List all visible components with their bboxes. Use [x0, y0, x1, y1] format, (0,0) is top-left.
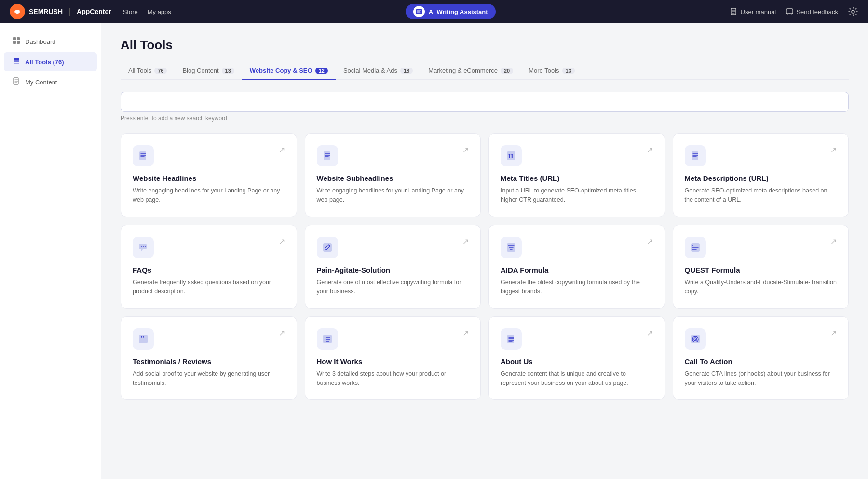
lines-icon — [690, 242, 701, 253]
svg-rect-7 — [17, 37, 20, 40]
card-title: About Us — [501, 357, 653, 366]
tab-website-copy-seo-label: Website Copy & SEO — [250, 67, 312, 74]
app-title-text: AI Writing Assistant — [429, 8, 488, 15]
card-arrow: ↗ — [647, 237, 653, 246]
card-arrow: ↗ — [647, 328, 653, 338]
sidebar-item-all-tools[interactable]: All Tools (76) — [4, 52, 97, 71]
appcenter-label: AppCenter — [77, 8, 111, 15]
app-title-center: AI Writing Assistant — [183, 4, 719, 19]
tool-card-aida-formula[interactable]: ↗ AIDA Formula Generate the oldest copyw… — [488, 225, 665, 309]
card-arrow: ↗ — [830, 328, 837, 338]
main-content: All Tools All Tools 76 Blog Content 13 W… — [101, 23, 868, 479]
tab-blog-content-count: 13 — [222, 68, 234, 74]
search-hint: Press enter to add a new search keyword — [121, 115, 849, 122]
tab-marketing-ecommerce-count: 20 — [501, 68, 513, 74]
main-layout: Dashboard All Tools (76) My Content — [0, 0, 868, 479]
card-arrow: ↗ — [647, 145, 653, 154]
card-desc: Write 3 detailed steps about how your pr… — [317, 370, 469, 388]
card-arrow: ↗ — [279, 328, 285, 338]
tab-social-media-ads-label: Social Media & Ads — [343, 67, 397, 74]
tab-blog-content-label: Blog Content — [182, 67, 218, 74]
target-icon — [690, 334, 701, 344]
svg-rect-4 — [786, 9, 793, 14]
svg-rect-12 — [14, 63, 19, 64]
svg-rect-15 — [324, 151, 330, 160]
tab-marketing-ecommerce-label: Marketing & eCommerce — [428, 67, 498, 74]
card-arrow: ↗ — [462, 145, 469, 154]
card-title: Website Subheadlines — [317, 174, 469, 182]
card-header: ↗ — [317, 145, 469, 166]
tool-card-how-it-works[interactable]: ↗ How It Works Write 3 detailed steps ab… — [305, 316, 481, 400]
grid-icon — [13, 37, 20, 46]
card-arrow: ↗ — [279, 237, 285, 246]
sidebar-all-tools-label: All Tools (76) — [25, 58, 64, 66]
tool-card-meta-titles[interactable]: H ↗ Meta Titles (URL) Input a URL to gen… — [488, 133, 665, 217]
feedback-icon — [786, 8, 793, 15]
tool-card-testimonials[interactable]: " ↗ Testimonials / Reviews Add social pr… — [121, 316, 297, 400]
card-icon-wrap — [133, 237, 154, 258]
store-link[interactable]: Store — [123, 8, 138, 15]
brand-name: SEMRUSH — [29, 8, 63, 15]
tab-more-tools[interactable]: More Tools 13 — [521, 62, 583, 80]
card-desc: Write engaging headlines for your Landin… — [133, 186, 285, 205]
card-icon-wrap — [685, 145, 706, 166]
search-input[interactable] — [121, 92, 849, 112]
card-icon-wrap — [685, 237, 706, 258]
tool-card-pain-agitate-solution[interactable]: ↗ Pain-Agitate-Solution Generate one of … — [305, 225, 481, 309]
tool-card-about-us[interactable]: ↗ About Us Generate content that is uniq… — [488, 316, 665, 400]
svg-point-5 — [852, 10, 854, 13]
card-title: Testimonials / Reviews — [133, 357, 285, 366]
tool-card-quest-formula[interactable]: ↗ QUEST Formula Write a Qualify-Understa… — [673, 225, 849, 309]
tool-card-meta-descriptions[interactable]: ↗ Meta Descriptions (URL) Generate SEO-o… — [673, 133, 849, 217]
card-desc: Generate SEO-optimized meta descriptions… — [685, 186, 837, 205]
card-header: ↗ — [685, 145, 837, 166]
card-icon-wrap — [501, 328, 522, 350]
svg-rect-6 — [13, 37, 16, 40]
settings-icon[interactable] — [848, 6, 858, 17]
svg-rect-23 — [323, 243, 332, 252]
card-arrow: ↗ — [462, 237, 469, 246]
send-feedback-label: Send feedback — [796, 8, 838, 15]
card-header: ↗ — [685, 237, 837, 258]
tab-blog-content[interactable]: Blog Content 13 — [175, 62, 242, 80]
tab-social-media-ads[interactable]: Social Media & Ads 18 — [336, 62, 420, 80]
card-header: ↗ — [501, 328, 653, 350]
card-header: " ↗ — [133, 328, 285, 350]
send-feedback-link[interactable]: Send feedback — [786, 8, 838, 15]
tab-website-copy-seo[interactable]: Website Copy & SEO 12 — [242, 62, 336, 80]
tool-card-website-headlines[interactable]: ↗ Website Headlines Write engaging headl… — [121, 133, 297, 217]
tool-card-call-to-action[interactable]: ↗ Call To Action Generate CTA lines (or … — [673, 316, 849, 400]
svg-rect-9 — [17, 41, 20, 44]
page-title: All Tools — [121, 38, 849, 53]
card-arrow: ↗ — [279, 145, 285, 154]
tab-more-tools-label: More Tools — [529, 67, 559, 74]
h-icon: H — [506, 151, 516, 161]
tab-marketing-ecommerce[interactable]: Marketing & eCommerce 20 — [420, 62, 521, 80]
user-manual-link[interactable]: User manual — [730, 8, 776, 15]
brand-logo[interactable]: SEMRUSH | AppCenter — [10, 4, 111, 19]
tab-all-tools[interactable]: All Tools 76 — [121, 62, 175, 80]
my-apps-link[interactable]: My apps — [148, 8, 171, 15]
svg-rect-18 — [692, 151, 698, 160]
svg-point-1 — [15, 10, 19, 14]
sidebar-item-dashboard[interactable]: Dashboard — [4, 32, 97, 51]
svg-rect-28 — [323, 335, 332, 343]
svg-rect-11 — [14, 60, 19, 62]
card-title: FAQs — [133, 266, 285, 274]
list-icon — [322, 334, 333, 344]
tool-card-faqs[interactable]: ↗ FAQs Generate frequently asked questio… — [121, 225, 297, 309]
app-icon — [413, 6, 425, 17]
tool-card-website-subheadlines[interactable]: ↗ Website Subheadlines Write engaging he… — [305, 133, 481, 217]
card-header: H ↗ — [501, 145, 653, 166]
sidebar-item-my-content[interactable]: My Content — [4, 72, 97, 92]
search-container: Press enter to add a new search keyword — [121, 92, 849, 122]
card-header: ↗ — [501, 237, 653, 258]
svg-rect-8 — [13, 41, 16, 44]
svg-point-31 — [324, 341, 325, 342]
card-title: Website Headlines — [133, 174, 285, 182]
card-title: Pain-Agitate-Solution — [317, 266, 469, 274]
svg-text:H: H — [508, 152, 513, 160]
tabs-bar: All Tools 76 Blog Content 13 Website Cop… — [121, 62, 849, 80]
card-title: Meta Descriptions (URL) — [685, 174, 837, 182]
doc-icon — [138, 151, 149, 161]
